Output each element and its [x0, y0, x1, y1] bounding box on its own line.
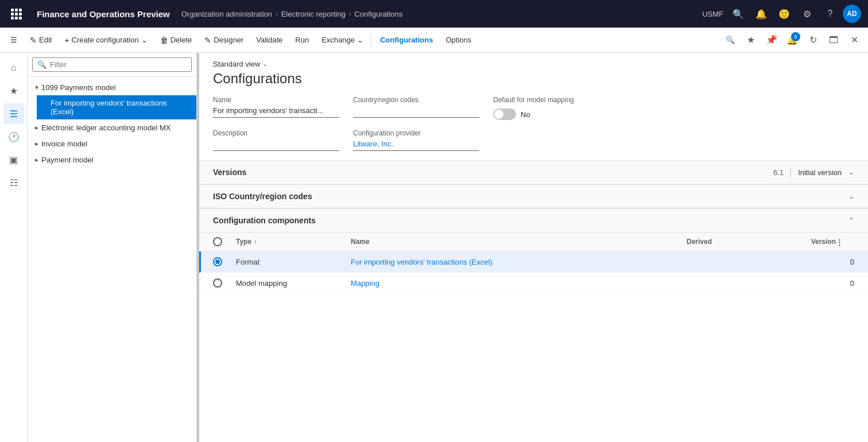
- edit-button[interactable]: ✎ Edit: [24, 32, 57, 48]
- delete-icon: 🗑: [160, 36, 168, 45]
- pin-icon[interactable]: 📌: [762, 31, 781, 49]
- close-icon[interactable]: ✕: [845, 31, 863, 49]
- hamburger-icon: ☰: [10, 36, 17, 44]
- version-number: 6.1: [773, 168, 784, 177]
- description-value: [213, 139, 339, 151]
- form-row-1: Name For importing vendors' transacti...…: [199, 96, 868, 129]
- designer-button[interactable]: ✎ Designer: [199, 32, 249, 48]
- tree-expand-payment[interactable]: ►: [32, 155, 41, 164]
- filter-input[interactable]: [50, 60, 187, 69]
- name-field-group: Name For importing vendors' transacti...: [213, 96, 339, 120]
- tree-expand-1099[interactable]: ▼: [32, 83, 41, 92]
- table-header-type: Type ↑: [236, 238, 351, 246]
- cmd-right-icons-group: ★ 📌 🔔 0 ↻ 🗖 ✕: [742, 31, 863, 49]
- table-header-more[interactable]: ⋮: [836, 238, 854, 246]
- config-provider-label: Configuration provider: [353, 129, 479, 137]
- tree-item-electronic-ledger[interactable]: ► Electronic ledger accounting model MX: [28, 119, 196, 135]
- exchange-button[interactable]: Exchange ⌄: [316, 32, 369, 48]
- run-button[interactable]: Run: [289, 32, 315, 48]
- row-1-type-cell: Format: [236, 258, 351, 266]
- table-header-derived: Derived: [687, 238, 778, 246]
- notifications-badge-icon[interactable]: 🔔 0: [783, 31, 801, 49]
- notification-count: 0: [791, 32, 800, 41]
- waffle-menu-button[interactable]: [7, 5, 25, 23]
- type-sort-icon[interactable]: ↑: [254, 239, 257, 245]
- row-1-version-cell: 0: [797, 258, 854, 266]
- tree-expand-elec-ledger[interactable]: ►: [32, 123, 41, 132]
- notifications-icon[interactable]: 🔔: [751, 3, 772, 24]
- toggle-thumb: [494, 110, 503, 119]
- delete-button[interactable]: 🗑 Delete: [154, 32, 198, 48]
- waffle-icon: [11, 9, 22, 20]
- table-header-radio[interactable]: [213, 237, 222, 246]
- standard-view-label[interactable]: Standard view: [213, 60, 260, 68]
- tree-expand-invoice[interactable]: ►: [32, 139, 41, 148]
- settings-icon[interactable]: ⚙: [797, 3, 817, 24]
- sidebar-recent-icon[interactable]: 🕐: [3, 126, 24, 147]
- row-1-name-cell[interactable]: For importing vendors' transactions (Exc…: [351, 258, 705, 266]
- create-configuration-button[interactable]: + Create configuration ⌄: [59, 32, 153, 48]
- row-1-radio-button[interactable]: [213, 257, 222, 266]
- table-row-model-mapping[interactable]: Model mapping Mapping 0: [199, 273, 868, 294]
- add-icon: +: [64, 36, 69, 45]
- filter-input-wrap[interactable]: 🔍: [32, 57, 192, 72]
- top-nav-bar: Finance and Operations Preview Organizat…: [0, 0, 868, 28]
- search-icon[interactable]: 🔍: [728, 3, 749, 24]
- open-new-window-icon[interactable]: 🗖: [824, 31, 843, 49]
- breadcrumb: Organization administration › Electronic…: [181, 10, 698, 18]
- filter-bar: 🔍: [28, 53, 196, 77]
- row-2-radio-button[interactable]: [213, 278, 222, 288]
- breadcrumb-configs[interactable]: Configurations: [354, 10, 402, 18]
- toggle-row: No: [493, 108, 608, 120]
- row-1-select-cell: [213, 257, 236, 266]
- name-value[interactable]: For importing vendors' transacti...: [213, 106, 339, 118]
- breadcrumb-chevron-1: ›: [276, 10, 278, 17]
- designer-icon: ✎: [204, 36, 211, 45]
- table-header-version: Version: [778, 238, 836, 246]
- refresh-icon[interactable]: ↻: [804, 31, 822, 49]
- configurations-tab-button[interactable]: Configurations: [374, 32, 439, 48]
- toggle-off-label: No: [521, 110, 530, 119]
- favorites-icon[interactable]: ★: [742, 31, 760, 49]
- breadcrumb-er[interactable]: Electronic reporting: [281, 10, 346, 18]
- tree-item-1099-payments[interactable]: ▼ 1099 Payments model: [28, 79, 196, 95]
- tree-item-invoice-model[interactable]: ► Invoice model: [28, 135, 196, 152]
- default-model-toggle[interactable]: [493, 108, 516, 120]
- tree-item-importing-vendors[interactable]: For importing vendors' transactions (Exc…: [37, 95, 196, 119]
- sidebar-workspace-icon[interactable]: ▣: [3, 149, 24, 170]
- standard-view-chevron-icon[interactable]: ⌄: [262, 60, 268, 68]
- app-title: Finance and Operations Preview: [30, 9, 177, 19]
- sidebar-modules-icon[interactable]: ☷: [3, 172, 24, 193]
- options-button[interactable]: Options: [440, 32, 477, 48]
- environment-label: USMF: [702, 10, 723, 18]
- validate-button[interactable]: Validate: [250, 32, 288, 48]
- config-provider-value[interactable]: Litware, Inc.: [353, 139, 479, 151]
- edit-icon: ✎: [30, 36, 37, 45]
- iso-country-section-header[interactable]: ISO Country/region codes ⌄: [199, 184, 868, 208]
- row-2-name-cell[interactable]: Mapping: [351, 279, 705, 288]
- table-header-row: Type ↑ Name Derived Version ⋮: [199, 232, 868, 251]
- sidebar-list-icon[interactable]: ☰: [3, 103, 24, 124]
- breadcrumb-org[interactable]: Organization administration: [181, 10, 272, 18]
- sidebar-home-icon[interactable]: ⌂: [3, 57, 24, 78]
- config-components-section-header[interactable]: Configuration components ⌃: [199, 208, 868, 232]
- cmd-search-icon[interactable]: 🔍: [722, 32, 738, 48]
- sidebar-favorites-icon[interactable]: ★: [3, 80, 24, 101]
- feedback-icon[interactable]: 🙂: [774, 3, 795, 24]
- config-components-table: Type ↑ Name Derived Version ⋮: [199, 232, 868, 294]
- table-header-name: Name: [351, 238, 687, 246]
- country-codes-field-group: Country/region codes: [353, 96, 479, 120]
- hamburger-button[interactable]: ☰: [5, 32, 23, 48]
- table-header-select: [213, 237, 236, 246]
- default-model-mapping-group: Default for model mapping No: [493, 96, 608, 120]
- iso-country-chevron-icon: ⌄: [848, 192, 854, 200]
- tree-item-payment-model[interactable]: ► Payment model: [28, 152, 196, 168]
- breadcrumb-chevron-2: ›: [349, 10, 351, 17]
- config-components-chevron-icon: ⌃: [848, 216, 854, 224]
- tree-view: ▼ 1099 Payments model For importing vend…: [28, 77, 196, 442]
- version-label: Initial version: [798, 168, 842, 177]
- help-icon[interactable]: ?: [820, 3, 840, 24]
- versions-section-header[interactable]: Versions 6.1 Initial version ⌄: [199, 160, 868, 184]
- table-row-format[interactable]: Format For importing vendors' transactio…: [199, 251, 868, 273]
- user-avatar[interactable]: AD: [843, 5, 861, 23]
